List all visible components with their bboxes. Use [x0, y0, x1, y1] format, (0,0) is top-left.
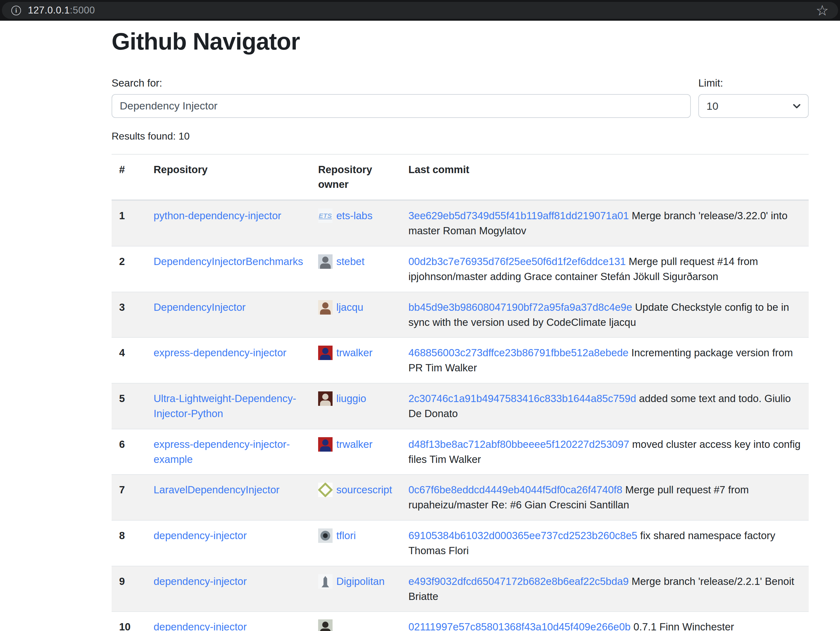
bookmark-star-icon[interactable]: ☆ [816, 3, 829, 17]
repo-cell: dependency-injector [146, 520, 311, 566]
commit-sha-link[interactable]: 0c67f6be8eddcd4449eb4044f5df0ca26f4740f8 [408, 484, 622, 495]
row-number: 5 [112, 383, 146, 429]
repo-cell: DependencyInjectorBenchmarks [146, 246, 311, 292]
commit-sha-link[interactable]: 00d2b3c7e76935d76f25ee50f6d1f2ef6ddce131 [408, 256, 626, 267]
table-row: 3 DependencyInjector ljacqu bb45d9e3b986… [112, 292, 808, 338]
owner-cell: liuggio [311, 383, 401, 429]
repo-cell: LaravelDependencyInjector [146, 474, 311, 520]
ets-labs-logo: ETS [318, 209, 333, 223]
repo-link[interactable]: python-dependency-injector [153, 210, 281, 221]
table-row: 5 Ultra-Lightweight-Dependency-Injector-… [112, 383, 808, 429]
repo-link[interactable]: DependencyInjectorBenchmarks [153, 256, 303, 267]
limit-select[interactable]: 10 [698, 94, 808, 118]
owner-link[interactable]: ets-labs [336, 208, 373, 223]
finnwinchester-photo [318, 619, 333, 631]
commit-cell: d48f13be8ac712abf80bbeeee5f120227d253097… [401, 429, 808, 475]
limit-label: Limit: [698, 77, 808, 89]
commit-sha-link[interactable]: bb45d9e3b98608047190bf72a95fa9a37d8c4e9e [408, 301, 632, 313]
owner-link[interactable]: ljacqu [336, 300, 363, 315]
commit-sha-link[interactable]: 69105384b61032d000365ee737cd2523b260c8e5 [408, 530, 637, 541]
page-container: Github Navigator Search for: Limit: 10 R… [112, 21, 808, 631]
url-bar[interactable]: i 127.0.0.1:5000 ☆ [2, 2, 838, 19]
results-tbody: 1 python-dependency-injector ETS ets-lab… [112, 200, 808, 631]
commit-sha-link[interactable]: d48f13be8ac712abf80bbeeee5f120227d253097 [408, 438, 629, 450]
results-count: Results found: 10 [112, 130, 808, 142]
row-number: 6 [112, 429, 146, 475]
repo-link[interactable]: LaravelDependencyInjector [153, 484, 279, 495]
page-title: Github Navigator [112, 28, 808, 55]
repo-link[interactable]: dependency-injector [153, 621, 247, 631]
row-number: 7 [112, 474, 146, 520]
owner-link[interactable]: trwalker [336, 345, 373, 361]
table-row: 10 dependency-injector FinnWinchester 02… [112, 612, 808, 631]
sourcescript-logo [318, 483, 333, 497]
repo-link[interactable]: Ultra-Lightweight-Dependency-Injector-Py… [153, 393, 296, 419]
digipolitan-logo [318, 574, 333, 589]
row-number: 2 [112, 246, 146, 292]
table-row: 1 python-dependency-injector ETS ets-lab… [112, 200, 808, 246]
repo-link[interactable]: dependency-injector [153, 576, 247, 587]
repo-link[interactable]: express-dependency-injector-example [153, 438, 290, 465]
table-row: 9 dependency-injector Digipolitan e493f9… [112, 566, 808, 612]
header-owner: Repository owner [311, 154, 401, 201]
commit-cell: 02111997e57c85801368f43a10d45f409e266e0b… [401, 612, 808, 631]
commit-cell: 2c30746c1a91b4947583416c833b1644a85c759d… [401, 383, 808, 429]
row-number: 9 [112, 566, 146, 612]
repo-link[interactable]: dependency-injector [153, 530, 247, 541]
owner-cell: FinnWinchester [311, 612, 401, 631]
browser-chrome: i 127.0.0.1:5000 ☆ [0, 0, 840, 21]
commit-cell: bb45d9e3b98608047190bf72a95fa9a37d8c4e9e… [401, 292, 808, 338]
row-number: 8 [112, 520, 146, 566]
row-number: 10 [112, 612, 146, 631]
owner-cell: Digipolitan [311, 566, 401, 612]
row-number: 1 [112, 200, 146, 246]
commit-cell: 3ee629eb5d7349d55f41b119aff81dd219071a01… [401, 200, 808, 246]
ljacqu-photo [318, 300, 333, 315]
row-number: 3 [112, 292, 146, 338]
owner-link[interactable]: trwalker [336, 437, 373, 452]
commit-cell: e493f9032dfcd65047172b682e8b6eaf22c5bda9… [401, 566, 808, 612]
repo-cell: express-dependency-injector [146, 337, 311, 383]
header-last-commit: Last commit [401, 154, 808, 201]
table-row: 6 express-dependency-injector-example tr… [112, 429, 808, 475]
commit-sha-link[interactable]: 2c30746c1a91b4947583416c833b1644a85c759d [408, 393, 636, 404]
trwalker-avatar [318, 346, 333, 360]
owner-cell: ETS ets-labs [311, 200, 401, 246]
commit-sha-link[interactable]: 3ee629eb5d7349d55f41b119aff81dd219071a01 [408, 210, 629, 221]
trwalker-avatar [318, 437, 333, 452]
liuggio-photo [318, 391, 333, 406]
owner-cell: tflori [311, 520, 401, 566]
repo-cell: python-dependency-injector [146, 200, 311, 246]
tflori-photo [318, 528, 333, 543]
repo-link[interactable]: DependencyInjector [153, 301, 246, 313]
avatar-label: ETS [319, 211, 332, 220]
owner-link[interactable]: sourcescript [336, 482, 392, 497]
stebet-photo [318, 255, 333, 269]
owner-cell: stebet [311, 246, 401, 292]
owner-link[interactable]: liuggio [336, 391, 366, 406]
table-row: 4 express-dependency-injector trwalker 4… [112, 337, 808, 383]
owner-cell: sourcescript [311, 474, 401, 520]
url-port: :5000 [70, 5, 95, 16]
table-row: 7 LaravelDependencyInjector sourcescript… [112, 474, 808, 520]
url-host: 127.0.0.1 [28, 5, 70, 16]
commit-message: 0.7.1 Finn Winchester [631, 621, 734, 631]
header-number: # [112, 154, 146, 201]
table-row: 8 dependency-injector tflori 69105384b61… [112, 520, 808, 566]
repo-link[interactable]: express-dependency-injector [153, 347, 286, 359]
repo-cell: express-dependency-injector-example [146, 429, 311, 475]
owner-link[interactable]: Digipolitan [336, 574, 385, 589]
search-column: Search for: [112, 77, 691, 118]
owner-cell: trwalker [311, 337, 401, 383]
commit-sha-link[interactable]: 468856003c273dffce23b86791fbbe512a8ebede [408, 347, 628, 359]
commit-sha-link[interactable]: e493f9032dfcd65047172b682e8b6eaf22c5bda9 [408, 576, 629, 587]
search-controls: Search for: Limit: 10 [112, 77, 808, 118]
repo-cell: dependency-injector [146, 566, 311, 612]
search-input[interactable] [112, 94, 691, 118]
site-info-icon[interactable]: i [11, 6, 21, 15]
owner-link[interactable]: stebet [336, 254, 365, 269]
commit-cell: 69105384b61032d000365ee737cd2523b260c8e5… [401, 520, 808, 566]
commit-sha-link[interactable]: 02111997e57c85801368f43a10d45f409e266e0b [408, 621, 631, 631]
header-repository: Repository [146, 154, 311, 201]
owner-link[interactable]: tflori [336, 528, 356, 543]
